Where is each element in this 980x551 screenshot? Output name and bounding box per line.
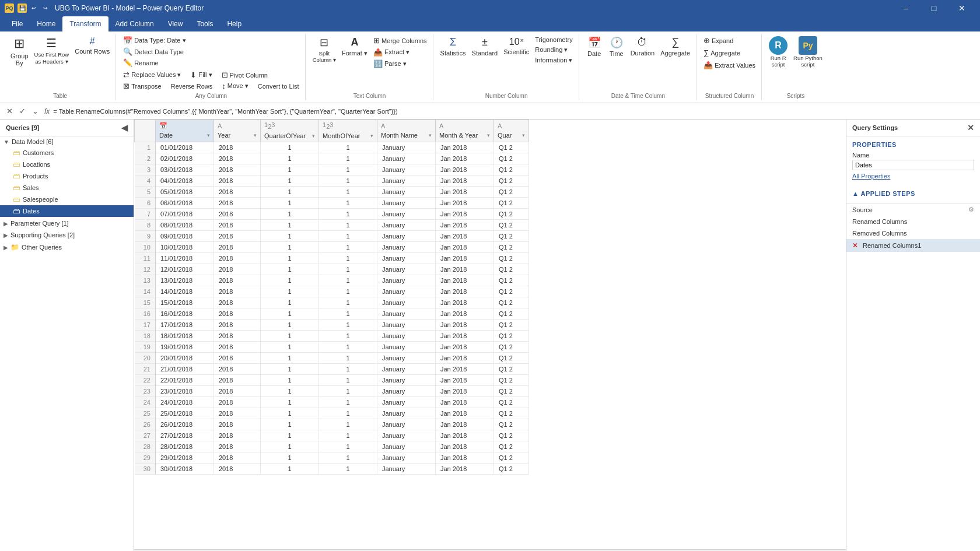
month-year-col-header[interactable]: A Month & Year ▾: [436, 120, 494, 142]
date-col-header[interactable]: 📅 Date ▾: [156, 120, 214, 142]
statistics-button[interactable]: Σ Statistics: [438, 35, 468, 58]
moy-dropdown-icon[interactable]: ▾: [370, 133, 373, 139]
minimize-btn[interactable]: –: [892, 0, 919, 16]
maximize-btn[interactable]: □: [921, 0, 947, 16]
all-properties-link[interactable]: All Properties: [852, 173, 890, 180]
query-item-customers[interactable]: 🗃 Customers: [0, 147, 134, 159]
qoy-cell: 1: [261, 331, 319, 342]
parse-button[interactable]: 🔢 Parse ▾: [371, 58, 429, 69]
formula-cancel-btn[interactable]: ✕: [4, 106, 15, 117]
step-renamed-columns1[interactable]: ✕ Renamed Columns1: [846, 239, 980, 252]
scientific-button[interactable]: 10ˣ Scientific: [501, 35, 531, 57]
step-removed-columns[interactable]: Removed Columns: [846, 227, 980, 239]
aggregate-structured-button[interactable]: ∑ Aggregate: [701, 47, 743, 58]
query-group-data-model-header[interactable]: ▼ Data Model [6]: [0, 136, 134, 147]
step-source-gear[interactable]: ⚙: [968, 206, 974, 213]
transpose-button[interactable]: ⊠ Transpose: [121, 80, 164, 92]
date-dropdown-icon[interactable]: ▾: [207, 132, 210, 138]
qoy-col-header[interactable]: 123 QuarterOfYear ▾: [261, 120, 319, 142]
pivot-column-button[interactable]: ⊡ Pivot Column: [219, 69, 270, 80]
convert-list-button[interactable]: Convert to List: [256, 80, 302, 92]
query-item-products[interactable]: 🗃 Products: [0, 170, 134, 182]
qoy-cell: 1: [261, 275, 319, 286]
format-button[interactable]: A Format ▾: [340, 35, 370, 58]
aggregate-date-button[interactable]: ∑ Aggregate: [658, 35, 692, 58]
month-year-dropdown-icon[interactable]: ▾: [487, 132, 490, 138]
other-folder-icon: 📁: [10, 243, 19, 251]
year-col-label[interactable]: Year ▾: [214, 129, 260, 141]
fill-button[interactable]: ⬇ Fill ▾: [188, 69, 214, 80]
formula-input[interactable]: [53, 108, 977, 115]
time-button[interactable]: 🕐 Time: [606, 35, 627, 58]
moy-col-header[interactable]: 123 MonthOfYear ▾: [319, 120, 377, 142]
year-dropdown-icon[interactable]: ▾: [254, 132, 257, 138]
ribbon-group-table: ⊞ GroupBy ☰ Use First Rowas Headers ▾ # …: [5, 34, 116, 100]
expand-button[interactable]: ⊕ Expand: [701, 35, 736, 46]
move-button[interactable]: ↕ Move ▾: [219, 80, 250, 92]
qoy-col-label[interactable]: QuarterOfYear ▾: [261, 130, 318, 142]
close-btn[interactable]: ✕: [949, 0, 975, 16]
tab-add-column[interactable]: Add Column: [108, 16, 161, 31]
extract-values-button[interactable]: 📤 Extract Values: [701, 59, 758, 71]
query-item-sales[interactable]: 🗃 Sales: [0, 182, 134, 194]
tab-home[interactable]: Home: [30, 16, 62, 31]
tab-help[interactable]: Help: [220, 16, 249, 31]
formula-expand-btn[interactable]: ⌄: [29, 106, 41, 117]
step-source[interactable]: Source ⚙: [846, 203, 980, 216]
duration-button[interactable]: ⏱ Duration: [628, 35, 657, 58]
group-by-button[interactable]: ⊞ GroupBy: [8, 35, 31, 68]
detect-data-type-button[interactable]: 🔍 Detect Data Type: [121, 46, 186, 57]
query-item-dates[interactable]: 🗃 Dates: [0, 205, 134, 217]
rounding-button[interactable]: Rounding ▾: [533, 45, 575, 55]
standard-button[interactable]: ± Standard: [470, 35, 501, 58]
qoy-dropdown-icon[interactable]: ▾: [312, 133, 315, 139]
year-col-header[interactable]: A Year ▾: [214, 120, 261, 142]
qa-redo[interactable]: ↪: [41, 3, 50, 13]
query-item-locations[interactable]: 🗃 Locations: [0, 159, 134, 170]
quarter-col-header[interactable]: A Quar ▾: [494, 120, 529, 142]
qoy-cell: 1: [261, 198, 319, 209]
month-year-col-label[interactable]: Month & Year ▾: [436, 129, 494, 141]
queries-collapse-btn[interactable]: ◀: [121, 123, 128, 132]
trigonometry-button[interactable]: Trigonometry: [533, 35, 575, 44]
table-row: 8 08/01/2018 2018 1 1 January Jan 2018 Q…: [135, 220, 529, 231]
month-name-dropdown-icon[interactable]: ▾: [429, 132, 432, 138]
step-renamed-columns[interactable]: Renamed Columns: [846, 216, 980, 227]
date-button[interactable]: 📅 Date: [584, 35, 605, 58]
query-name-input[interactable]: [852, 160, 974, 170]
tab-view[interactable]: View: [161, 16, 190, 31]
run-python-button[interactable]: Py Run Pythonscript: [791, 35, 825, 69]
use-first-row-button[interactable]: ☰ Use First Rowas Headers ▾: [32, 35, 72, 67]
right-panel-close-btn[interactable]: ✕: [967, 123, 974, 132]
formula-confirm-btn[interactable]: ✓: [16, 106, 28, 117]
data-type-button[interactable]: 📅 Data Type: Date ▾: [121, 35, 188, 46]
date-col-label[interactable]: Date ▾: [156, 129, 214, 141]
query-group-data-model: ▼ Data Model [6] 🗃 Customers 🗃 Locations…: [0, 136, 134, 217]
merge-columns-button[interactable]: ⊞ Merge Columns: [371, 35, 429, 46]
tab-file[interactable]: File: [5, 16, 30, 31]
grid-header: 📅 Date ▾ A Year: [135, 120, 529, 142]
quarter-col-label[interactable]: Quar ▾: [494, 129, 528, 141]
year-cell: 2018: [214, 253, 261, 264]
month-name-col-header[interactable]: A Month Name ▾: [377, 120, 436, 142]
moy-col-label[interactable]: MonthOfYear ▾: [319, 130, 377, 142]
query-group-parameter-header[interactable]: ▶ Parameter Query [1]: [0, 218, 134, 229]
extract-button[interactable]: 📤 Extract ▾: [371, 47, 429, 58]
query-group-supporting-header[interactable]: ▶ Supporting Queries [2]: [0, 230, 134, 240]
replace-values-button[interactable]: ⇄ Replace Values ▾: [121, 69, 183, 80]
query-item-salespeople[interactable]: 🗃 Salespeople: [0, 194, 134, 205]
run-r-button[interactable]: R Run Rscript: [766, 35, 790, 69]
data-grid-container[interactable]: 📅 Date ▾ A Year: [134, 120, 846, 549]
quarter-dropdown-icon[interactable]: ▾: [522, 132, 525, 138]
query-group-other-header[interactable]: ▶ 📁 Other Queries: [0, 241, 134, 253]
qa-save[interactable]: 💾: [18, 3, 27, 13]
qa-undo[interactable]: ↩: [29, 3, 38, 13]
tab-tools[interactable]: Tools: [190, 16, 220, 31]
information-button[interactable]: Information ▾: [533, 55, 575, 65]
month-name-col-label[interactable]: Month Name ▾: [377, 129, 435, 141]
reverse-rows-button[interactable]: Reverse Rows: [169, 80, 215, 92]
split-column-button[interactable]: ⊟ SplitColumn ▾: [310, 35, 338, 64]
count-rows-button[interactable]: # Count Rows: [72, 35, 112, 56]
rename-button[interactable]: ✏️ Rename: [121, 57, 161, 68]
tab-transform[interactable]: Transform: [62, 16, 108, 31]
